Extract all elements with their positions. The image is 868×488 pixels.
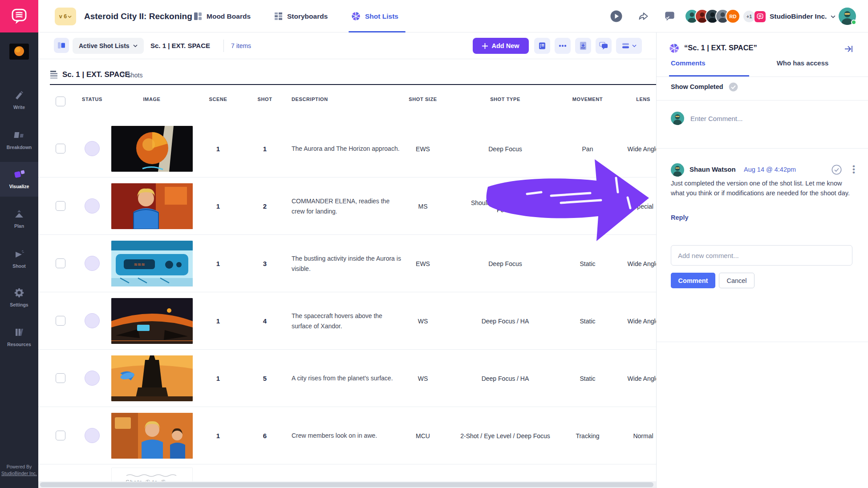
play-circle-icon	[610, 10, 622, 22]
column-header-description[interactable]: DESCRIPTION	[292, 97, 349, 102]
chevron-down-icon	[133, 44, 138, 48]
shot-image[interactable]: ≋≋≋	[111, 241, 193, 286]
status-circle[interactable]	[85, 141, 100, 156]
shot-image[interactable]	[111, 298, 193, 344]
row-checkbox[interactable]	[56, 316, 65, 326]
powered-by-line2: StudioBinder Inc.	[1, 471, 37, 476]
shot-size-cell: WS	[392, 350, 454, 407]
visualize-diamonds-icon	[12, 169, 26, 181]
pen-icon	[14, 90, 24, 101]
sidebar-item-label: Plan	[0, 223, 38, 229]
scene-cell: 1	[196, 235, 240, 292]
chat-bubble-icon	[599, 42, 608, 50]
sidebar-item-label: Visualize	[0, 184, 38, 189]
toggle-comments-panel-button[interactable]	[596, 38, 612, 54]
column-header-image[interactable]: IMAGE	[130, 97, 174, 102]
column-header-shot-size[interactable]: SHOT SIZE	[392, 97, 454, 102]
add-new-button[interactable]: Add New	[473, 38, 529, 54]
tab-comments[interactable]: Comments	[671, 59, 706, 67]
shot-image[interactable]	[111, 413, 193, 459]
column-header-shot-type[interactable]: SHOT TYPE	[474, 97, 536, 102]
comment-submit-button[interactable]: Comment	[671, 273, 715, 288]
export-pdf-button[interactable]: PDF	[575, 38, 591, 54]
avatar-initials[interactable]: RD	[726, 9, 740, 24]
enter-comment-field[interactable]: Enter Comment...	[690, 115, 743, 122]
sidebar-item-plan[interactable]: Plan	[0, 202, 38, 236]
column-header-scene[interactable]: SCENE	[196, 97, 240, 102]
show-completed-check-icon[interactable]	[729, 82, 738, 93]
column-header-shot[interactable]: SHOT	[243, 97, 287, 102]
present-button[interactable]	[610, 10, 622, 24]
shot-image-sketch[interactable]: Shots ① to ⑥	[111, 468, 193, 481]
status-circle[interactable]	[85, 371, 100, 386]
table-row[interactable]: ≋≋≋ 1 3 The bustling activity inside the…	[38, 235, 656, 292]
divider	[223, 40, 224, 52]
comment-author-avatar	[671, 163, 684, 177]
table-row[interactable]: 1 1 The Aurora and The Horizon approach.…	[38, 120, 656, 177]
status-circle[interactable]	[85, 198, 100, 214]
column-header-lens[interactable]: LENS	[621, 97, 656, 102]
column-header-movement[interactable]: MOVEMENT	[556, 97, 619, 102]
sidebar-item-settings[interactable]: Settings	[0, 280, 38, 315]
powered-by[interactable]: Powered By StudioBinder Inc.	[0, 464, 38, 477]
shot-cell: 6	[243, 407, 287, 464]
row-checkbox[interactable]	[56, 373, 65, 383]
collapse-panel-button[interactable]	[844, 44, 853, 56]
row-checkbox[interactable]	[56, 144, 65, 153]
table-row[interactable]: 1 6 Crew members look on in awe. MCU 2-S…	[38, 407, 656, 464]
shot-image[interactable]	[111, 126, 193, 172]
share-button[interactable]	[637, 10, 649, 24]
shot-type-cell: Deep Focus	[461, 235, 550, 292]
tab-shot-lists[interactable]: Shot Lists	[351, 0, 398, 32]
table-row[interactable]: 1 5 A city rises from the planet's surfa…	[38, 350, 656, 407]
tab-storyboards[interactable]: Storyboards	[274, 0, 328, 32]
storyboards-icon	[274, 12, 283, 20]
tab-mood-boards[interactable]: Mood Boards	[194, 0, 251, 32]
column-header-status[interactable]: STATUS	[70, 97, 114, 102]
project-thumbnail[interactable]	[9, 44, 29, 60]
table-row[interactable]: 1 2 COMMANDER ELENA, readies the crew fo…	[38, 177, 656, 235]
reply-link[interactable]: Reply	[671, 214, 689, 221]
row-checkbox[interactable]	[56, 431, 65, 440]
sidebar-item-write[interactable]: Write	[0, 83, 38, 117]
shot-image[interactable]	[111, 183, 193, 229]
scrollbar-thumb[interactable]	[40, 482, 653, 487]
workspace-selector[interactable]: StudioBinder Inc.	[754, 11, 836, 22]
status-circle[interactable]	[85, 428, 100, 443]
row-checkbox[interactable]	[56, 258, 65, 268]
sidebar-item-label: Shoot	[0, 263, 38, 269]
new-comment-input[interactable]	[671, 245, 852, 266]
cancel-button[interactable]: Cancel	[719, 273, 754, 288]
shot-image[interactable]	[111, 355, 193, 401]
row-checkbox[interactable]	[56, 201, 65, 211]
show-completed-label[interactable]: Show Completed	[671, 83, 723, 90]
select-all-checkbox[interactable]	[56, 97, 65, 106]
status-circle[interactable]	[85, 313, 100, 328]
avatar-overflow-badge[interactable]: +1	[743, 11, 755, 22]
status-circle[interactable]	[85, 256, 100, 271]
shot-cell: 2	[243, 177, 287, 235]
top-navbar: v 6 Asteroid City II: Reckoning Mood Boa…	[38, 0, 868, 32]
tab-who-has-access[interactable]: Who has access	[763, 59, 843, 67]
shot-type-cell: 2-Shot / Eye Level / Deep Focus	[452, 407, 559, 464]
resolve-comment-button[interactable]	[831, 165, 842, 177]
sidebar-item-visualize[interactable]: Visualize	[0, 162, 38, 197]
table-row-partial[interactable]: Shots ① to ⑥	[38, 464, 656, 481]
version-dropdown[interactable]: v 6	[55, 8, 76, 25]
board-view-button[interactable]	[54, 38, 69, 53]
shotlist-selector-dropdown[interactable]: Active Shot Lists	[73, 38, 144, 54]
comment-options-kebab-icon[interactable]: •••	[852, 165, 855, 174]
sidebar-item-breakdown[interactable]: Breakdown	[0, 123, 38, 157]
comments-toggle-button[interactable]	[664, 10, 676, 24]
shot-type-cell: Deep Focus	[461, 120, 550, 177]
sidebar-item-shoot[interactable]: Shoot	[0, 242, 38, 276]
shot-cell: 1	[243, 120, 287, 177]
row-density-dropdown[interactable]	[616, 38, 642, 54]
sidebar-item-resources[interactable]: Resources	[0, 320, 38, 355]
shotlist-report-button[interactable]	[534, 38, 550, 54]
horizontal-scrollbar[interactable]	[38, 481, 656, 488]
lens-cell: Wide Angle	[617, 235, 656, 292]
studiobinder-home-logo[interactable]	[0, 0, 38, 32]
table-row[interactable]: 1 4 The spacecraft hovers above the surf…	[38, 292, 656, 350]
more-options-button[interactable]	[555, 38, 571, 54]
